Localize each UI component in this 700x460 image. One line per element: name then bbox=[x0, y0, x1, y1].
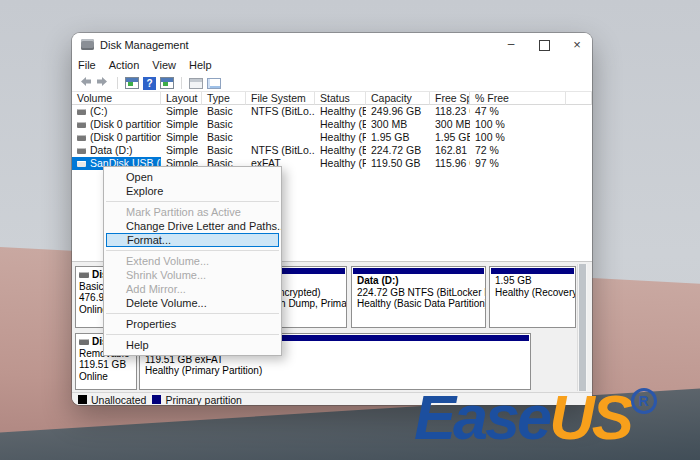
col-capacity[interactable]: Capacity bbox=[366, 92, 430, 105]
col-file-system[interactable]: File System bbox=[246, 92, 315, 105]
col-free-space[interactable]: Free Spa... bbox=[430, 92, 470, 105]
type-cell: Basic bbox=[202, 105, 246, 118]
scrollbar-thumb[interactable] bbox=[579, 264, 586, 391]
col-pct-free[interactable]: % Free bbox=[470, 92, 566, 105]
capacity-cell: 224.72 GB bbox=[366, 144, 430, 157]
disk-icon bbox=[79, 339, 89, 345]
details-view-icon[interactable] bbox=[207, 78, 221, 89]
console-tree-icon[interactable] bbox=[125, 77, 139, 89]
partition-health: Healthy (Basic Data Partition) bbox=[352, 298, 485, 310]
col-layout[interactable]: Layout bbox=[161, 92, 202, 105]
title-bar[interactable]: Disk Management – × bbox=[72, 33, 592, 57]
partition-data-d[interactable]: Data (D:) 224.72 GB NTFS (BitLocker Encr… bbox=[351, 266, 486, 328]
partition-health: Healthy (Recovery Partition) bbox=[490, 287, 575, 299]
capacity-cell: 300 MB bbox=[366, 118, 430, 131]
menu-item-properties[interactable]: Properties bbox=[104, 317, 281, 331]
volume-cell[interactable]: Data (D:) bbox=[72, 144, 161, 157]
partition-health: Healthy (Primary Partition) bbox=[140, 365, 530, 377]
fs-cell: NTFS (BitLo... bbox=[246, 144, 315, 157]
layout-cell: Simple bbox=[161, 131, 202, 144]
unallocated-label: Unallocated bbox=[91, 394, 146, 406]
col-filler bbox=[566, 92, 592, 105]
fs-cell bbox=[246, 131, 315, 144]
table-row-partition5[interactable]: (Disk 0 partition 5) Simple Basic Health… bbox=[72, 131, 592, 144]
menu-item-explore[interactable]: Explore bbox=[104, 184, 281, 198]
menu-item-change-drive-letter[interactable]: Change Drive Letter and Paths... bbox=[104, 219, 281, 233]
window-title: Disk Management bbox=[100, 39, 189, 51]
free-cell: 300 MB bbox=[430, 118, 470, 131]
table-row-data-d[interactable]: Data (D:) Simple Basic NTFS (BitLo... He… bbox=[72, 144, 592, 157]
menu-item-format[interactable]: Format... bbox=[106, 233, 279, 247]
logo-text-us: US bbox=[549, 382, 631, 452]
disk1-status: Online bbox=[79, 371, 136, 383]
pct-cell: 47 % bbox=[470, 105, 566, 118]
type-cell: Basic bbox=[202, 118, 246, 131]
capacity-cell: 1.95 GB bbox=[366, 131, 430, 144]
console-tree-dot bbox=[128, 82, 133, 86]
maximize-icon bbox=[539, 40, 550, 51]
disk-icon bbox=[79, 272, 89, 278]
menu-view[interactable]: View bbox=[146, 57, 183, 74]
layout-cell: Simple bbox=[161, 144, 202, 157]
help-icon[interactable]: ? bbox=[143, 77, 156, 90]
volume-cell[interactable]: (C:) bbox=[72, 105, 161, 118]
menu-item-open[interactable]: Open bbox=[104, 170, 281, 184]
col-type[interactable]: Type bbox=[202, 92, 246, 105]
back-icon[interactable] bbox=[78, 74, 92, 92]
easeus-logo: EaseUS R bbox=[414, 386, 631, 449]
close-button[interactable]: × bbox=[568, 36, 586, 54]
toolbar-separator bbox=[117, 77, 118, 89]
minimize-button[interactable]: – bbox=[502, 36, 520, 54]
fs-cell bbox=[246, 118, 315, 131]
col-status[interactable]: Status bbox=[315, 92, 366, 105]
menu-item-delete-volume[interactable]: Delete Volume... bbox=[104, 296, 281, 310]
status-cell: Healthy (B... bbox=[315, 144, 366, 157]
logo-text-ease: Ease bbox=[414, 382, 549, 452]
desktop: Disk Management – × File Action View Hel… bbox=[0, 0, 700, 460]
disk1-size: 119.51 GB bbox=[79, 359, 136, 371]
menu-separator bbox=[106, 250, 279, 251]
maximize-button[interactable] bbox=[535, 36, 553, 54]
pct-cell: 100 % bbox=[470, 131, 566, 144]
action-pane-dot bbox=[163, 82, 168, 86]
volume-list-header: Volume Layout Type File System Status Ca… bbox=[72, 92, 592, 105]
menu-file[interactable]: File bbox=[72, 57, 103, 74]
col-volume[interactable]: Volume bbox=[72, 92, 161, 105]
disk-management-app-icon bbox=[81, 39, 94, 50]
table-row-c[interactable]: (C:) Simple Basic NTFS (BitLo... Healthy… bbox=[72, 105, 592, 118]
menu-item-help[interactable]: Help bbox=[104, 338, 281, 352]
free-cell: 118.23 GB bbox=[430, 105, 470, 118]
volume-cell[interactable]: (Disk 0 partition 1) bbox=[72, 118, 161, 131]
menu-separator bbox=[106, 313, 279, 314]
volume-icon bbox=[77, 148, 86, 154]
status-cell: Healthy (B... bbox=[315, 105, 366, 118]
free-cell: 1.95 GB bbox=[430, 131, 470, 144]
volume-icon bbox=[77, 109, 86, 115]
pct-cell: 72 % bbox=[470, 144, 566, 157]
partition-recovery[interactable]: 1.95 GB Healthy (Recovery Partition) bbox=[489, 266, 576, 328]
toolbar: ? bbox=[78, 75, 221, 91]
partition-size-fs: 224.72 GB NTFS (BitLocker Encrypted) bbox=[352, 287, 485, 299]
primary-partition-label: Primary partition bbox=[165, 394, 241, 406]
action-pane-icon[interactable] bbox=[160, 77, 174, 89]
free-cell: 115.96 GB bbox=[430, 157, 470, 170]
volume-icon bbox=[77, 135, 86, 141]
menu-item-add-mirror: Add Mirror... bbox=[104, 282, 281, 296]
menu-item-mark-partition-active: Mark Partition as Active bbox=[104, 205, 281, 219]
vertical-scrollbar[interactable] bbox=[577, 264, 587, 391]
fs-cell: NTFS (BitLo... bbox=[246, 105, 315, 118]
volume-cell[interactable]: (Disk 0 partition 5) bbox=[72, 131, 161, 144]
table-row-partition1[interactable]: (Disk 0 partition 1) Simple Basic Health… bbox=[72, 118, 592, 131]
forward-icon[interactable] bbox=[96, 74, 110, 92]
popup-view-icon[interactable] bbox=[189, 78, 203, 89]
primary-partition-bar bbox=[353, 268, 484, 274]
status-cell: Healthy (R... bbox=[315, 131, 366, 144]
primary-partition-swatch bbox=[152, 395, 161, 404]
menu-action[interactable]: Action bbox=[103, 57, 147, 74]
status-cell: Healthy (E... bbox=[315, 118, 366, 131]
volume-icon bbox=[77, 161, 86, 167]
menu-item-extend-volume: Extend Volume... bbox=[104, 254, 281, 268]
partition-title: Data (D:) bbox=[352, 275, 485, 287]
menu-help[interactable]: Help bbox=[183, 57, 219, 74]
type-cell: Basic bbox=[202, 131, 246, 144]
